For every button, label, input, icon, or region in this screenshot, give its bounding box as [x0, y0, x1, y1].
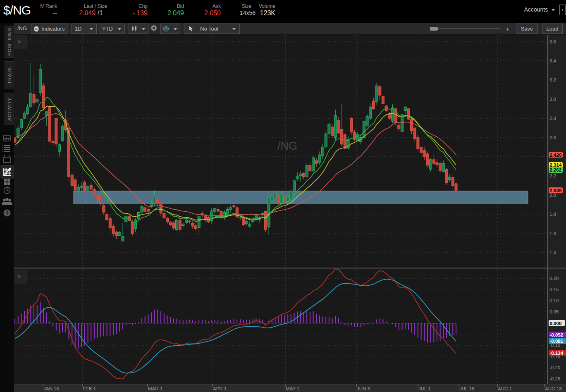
- svg-text:?: ?: [6, 210, 9, 216]
- svg-text:2.0: 2.0: [549, 193, 556, 198]
- svg-text:-0.25: -0.25: [549, 376, 560, 381]
- svg-text:-0.134: -0.134: [550, 351, 564, 356]
- svg-text:2.049: 2.049: [550, 188, 562, 193]
- svg-text:0.15: 0.15: [549, 287, 559, 292]
- svg-text:-0.20: -0.20: [549, 365, 560, 370]
- svg-text:3.6: 3.6: [549, 39, 556, 44]
- svg-text:2.314: 2.314: [550, 163, 562, 167]
- svg-text:3.0: 3.0: [549, 97, 556, 102]
- svg-text:-0.081: -0.081: [550, 339, 564, 344]
- svg-text:JUN 3: JUN 3: [357, 386, 370, 391]
- svg-text:FEB 1: FEB 1: [83, 386, 96, 391]
- svg-text:3.2: 3.2: [549, 77, 556, 82]
- svg-text:2.8: 2.8: [549, 116, 556, 121]
- svg-text:APR 1: APR 1: [213, 386, 227, 391]
- svg-text:0.20: 0.20: [549, 276, 559, 281]
- svg-text:AUG 1: AUG 1: [498, 386, 512, 391]
- svg-text:2.6: 2.6: [549, 135, 556, 140]
- svg-text:>: >: [18, 39, 21, 45]
- svg-text:1.8: 1.8: [549, 212, 556, 217]
- svg-text:3.4: 3.4: [549, 58, 556, 63]
- svg-text:2.262: 2.262: [550, 167, 562, 172]
- svg-text:0.000: 0.000: [550, 321, 562, 326]
- svg-text:0.05: 0.05: [549, 309, 559, 314]
- svg-text:0.10: 0.10: [549, 298, 559, 303]
- svg-text:1.4: 1.4: [549, 250, 556, 255]
- svg-text:JUL 18: JUL 18: [459, 386, 474, 391]
- svg-text:AUG 18: AUG 18: [545, 386, 562, 391]
- svg-text:1.6: 1.6: [549, 231, 556, 236]
- svg-text:-0.052: -0.052: [550, 332, 564, 337]
- svg-text:>: >: [18, 274, 21, 280]
- svg-text:2.2: 2.2: [549, 173, 556, 178]
- svg-text:JAN 16: JAN 16: [43, 386, 59, 391]
- svg-text:JUL 1: JUL 1: [418, 386, 431, 391]
- svg-text:MAY 1: MAY 1: [286, 386, 299, 391]
- svg-text:MAR 1: MAR 1: [148, 386, 162, 391]
- svg-text:/NG: /NG: [277, 140, 297, 152]
- svg-text:2.420: 2.420: [550, 153, 562, 158]
